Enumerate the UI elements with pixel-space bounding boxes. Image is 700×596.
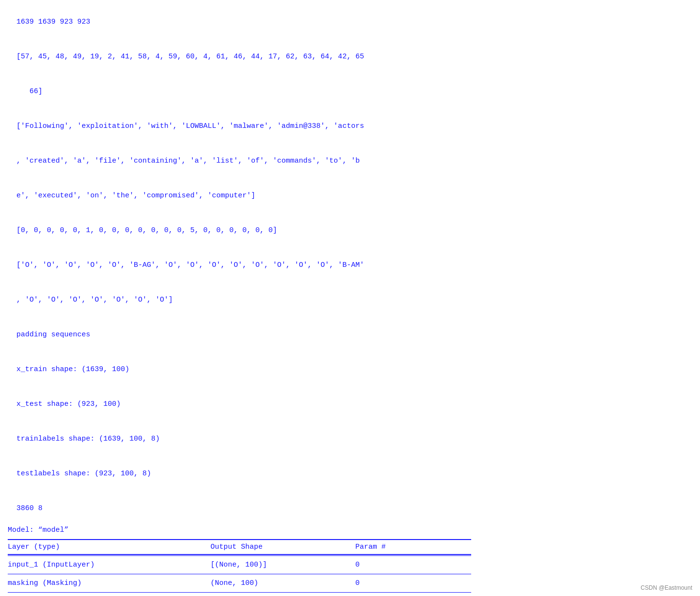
table-header: Layer (type) Output Shape Param # — [8, 540, 471, 554]
line5b: , 'O', 'O', 'O', 'O', 'O', 'O', 'O'] — [16, 296, 173, 304]
table-row: input_1 (InputLayer) [(None, 100)] 0 — [8, 556, 471, 574]
row-output-1: (None, 100) — [210, 579, 355, 587]
line6: padding sequences — [16, 331, 90, 339]
line3b: , 'created', 'a', 'file', 'containing', … — [16, 157, 360, 165]
col-header-output: Output Shape — [210, 543, 355, 551]
line2: [57, 45, 48, 49, 19, 2, 41, 58, 4, 59, 6… — [16, 53, 364, 61]
line3c: e', 'executed', 'on', 'the', 'compromise… — [16, 192, 255, 200]
line1: 1639 1639 923 923 — [16, 18, 90, 26]
line7: x_train shape: (1639, 100) — [16, 365, 129, 374]
line11: 3860 8 — [16, 504, 42, 513]
row-layer-1: masking (Masking) — [8, 579, 210, 587]
model-title: Model: “model” — [8, 526, 692, 534]
line2b: 66] — [16, 87, 42, 96]
col-header-layer: Layer (type) — [8, 543, 210, 551]
line10: testlabels shape: (923, 100, 8) — [16, 470, 151, 478]
row-param-1: 0 — [355, 579, 452, 587]
col-header-param: Param # — [355, 543, 452, 551]
row-layer-0: input_1 (InputLayer) — [8, 561, 210, 569]
row-param-0: 0 — [355, 561, 452, 569]
line9: trainlabels shape: (1639, 100, 8) — [16, 435, 160, 443]
watermark: CSDN @Eastmount — [641, 584, 692, 591]
line8: x_test shape: (923, 100) — [16, 400, 121, 408]
table-row: masking (Masking) (None, 100) 0 — [8, 574, 471, 593]
output-block: 1639 1639 923 923 [57, 45, 48, 49, 19, 2… — [8, 5, 692, 514]
model-table: Layer (type) Output Shape Param # input_… — [8, 539, 471, 596]
line5: ['O', 'O', 'O', 'O', 'O', 'B-AG', 'O', '… — [16, 261, 364, 269]
line4: [0, 0, 0, 0, 0, 1, 0, 0, 0, 0, 0, 0, 0, … — [16, 226, 277, 235]
row-output-0: [(None, 100)] — [210, 561, 355, 569]
line3: ['Following', 'exploitation', 'with', 'L… — [16, 122, 364, 130]
table-row: embedding (Embedding) (None, 100, 32) 12… — [8, 593, 471, 596]
